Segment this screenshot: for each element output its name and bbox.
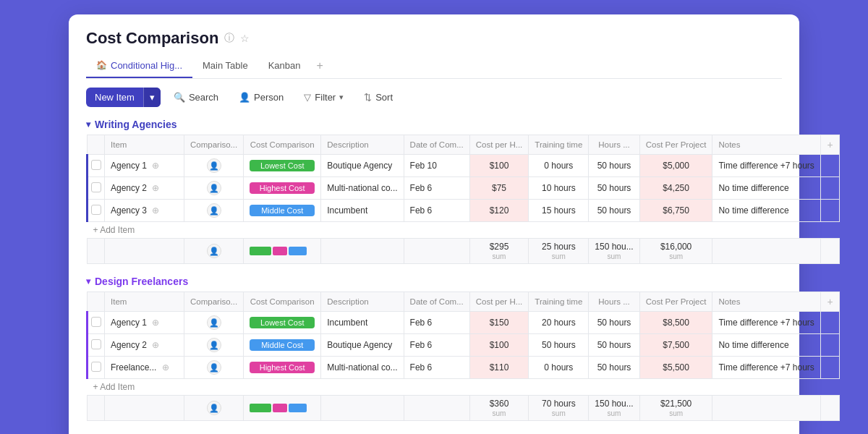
col-cost-comparison-design: Cost Comparison (244, 292, 321, 312)
row-checkbox[interactable] (88, 357, 105, 379)
table-row: Agency 2 ⊕ 👤 Middle Cost Boutique Agency… (88, 334, 840, 357)
row-cost-per-h: $75 (469, 177, 529, 200)
add-item-row[interactable]: + Add Item (88, 222, 840, 239)
row-checkbox[interactable] (88, 177, 105, 200)
col-plus-writing[interactable]: + (821, 135, 839, 155)
page-header: Cost Comparison ⓘ ☆ (86, 29, 782, 48)
row-checkbox[interactable] (88, 200, 105, 222)
chevron-down-icon-design: ▾ (86, 276, 90, 286)
row-plus (821, 312, 839, 334)
tab-conditional[interactable]: 🏠 Conditional Hig... (86, 56, 192, 78)
color-block (250, 247, 271, 255)
person-button[interactable]: 👤 Person (231, 88, 291, 106)
color-block (289, 404, 307, 412)
row-cost-comparison: Highest Cost (244, 177, 321, 200)
row-checkbox[interactable] (88, 334, 105, 357)
tab-add-button[interactable]: + (310, 55, 328, 78)
add-person-icon[interactable]: ⊕ (162, 362, 169, 373)
sum-check (88, 239, 105, 264)
filter-dropdown-icon: ▾ (339, 93, 344, 102)
row-date: Feb 6 (404, 312, 469, 334)
sum-plus (821, 396, 839, 421)
section-design-header[interactable]: ▾ Design Freelancers (86, 276, 782, 287)
add-item-label[interactable]: + Add Item (88, 222, 840, 239)
row-date: Feb 6 (404, 177, 469, 200)
item-name: Agency 3 (111, 205, 147, 216)
color-block (273, 404, 287, 412)
col-cost-per-proj-writing: Cost Per Project (639, 135, 712, 155)
row-cost-comparison: Highest Cost (244, 357, 321, 379)
row-description: Boutique Agency (321, 334, 404, 357)
section-writing-agencies: ▾ Writing Agencies Item Compariso... Cos… (86, 119, 782, 264)
search-button[interactable]: 🔍 Search (166, 88, 226, 106)
summary-row: 👤 $360sum 70 hourssum 150 hou...sum $21,… (88, 396, 840, 421)
sum-item (105, 396, 184, 421)
add-person-icon[interactable]: ⊕ (152, 183, 159, 193)
sum-check (88, 396, 105, 421)
sum-cost-val: $360 (476, 399, 523, 409)
sum-cost-per-h: $295sum (469, 239, 529, 264)
item-name: Freelance... (111, 362, 156, 373)
row-comparison: 👤 (184, 312, 244, 334)
sort-button[interactable]: ⇅ Sort (357, 88, 400, 106)
add-person-icon[interactable]: ⊕ (152, 161, 159, 171)
sum-hours-val: 150 hou... (595, 242, 633, 252)
col-cost-per-proj-design: Cost Per Project (639, 292, 712, 312)
add-item-label[interactable]: + Add Item (88, 379, 840, 396)
col-notes-writing: Notes (712, 135, 821, 155)
section-writing-header[interactable]: ▾ Writing Agencies (86, 119, 782, 130)
section-design-freelancers: ▾ Design Freelancers Item Compariso... C… (86, 276, 782, 421)
sum-training-label: sum (552, 252, 566, 260)
col-plus-design[interactable]: + (821, 292, 839, 312)
table-row: Freelance... ⊕ 👤 Highest Cost Multi-nati… (88, 357, 840, 379)
sum-hours: 150 hou...sum (589, 396, 639, 421)
row-description: Multi-national co... (321, 177, 404, 200)
row-hours: 50 hours (589, 155, 639, 177)
add-person-icon[interactable]: ⊕ (152, 318, 159, 328)
row-checkbox[interactable] (88, 312, 105, 334)
sum-cost-per-proj: $16,000sum (639, 239, 712, 264)
row-checkbox[interactable] (88, 155, 105, 177)
row-description: Multi-national co... (321, 357, 404, 379)
new-item-dropdown-arrow[interactable]: ▾ (143, 88, 161, 107)
sum-colorbar (244, 239, 321, 264)
add-item-row[interactable]: + Add Item (88, 379, 840, 396)
sum-cost-per-h: $360sum (469, 396, 529, 421)
row-training: 15 hours (529, 200, 589, 222)
avatar: 👤 (207, 181, 221, 195)
filter-button[interactable]: ▽ Filter ▾ (297, 88, 351, 106)
row-notes: No time difference (712, 177, 821, 200)
new-item-button[interactable]: New Item ▾ (86, 88, 161, 107)
sum-avatar: 👤 (184, 239, 244, 264)
star-icon[interactable]: ☆ (240, 33, 250, 44)
col-hours-writing: Hours ... (589, 135, 639, 155)
info-icon[interactable]: ⓘ (224, 32, 234, 45)
toolbar: New Item ▾ 🔍 Search 👤 Person ▽ Filter ▾ … (86, 88, 782, 107)
sum-hours: 150 hou...sum (589, 239, 639, 264)
tab-main-table[interactable]: Main Table (192, 56, 258, 78)
tab-kanban[interactable]: Kanban (258, 56, 311, 78)
row-training: 50 hours (529, 334, 589, 357)
writing-table-header: Item Compariso... Cost Comparison Descri… (88, 135, 840, 155)
tabs-bar: 🏠 Conditional Hig... Main Table Kanban + (86, 55, 782, 79)
page-title: Cost Comparison (86, 29, 218, 48)
sum-hours-label: sum (608, 409, 621, 417)
row-date: Feb 10 (404, 155, 469, 177)
avatar: 👤 (207, 315, 221, 330)
avatar: 👤 (207, 244, 221, 258)
row-hours: 50 hours (589, 334, 639, 357)
row-comparison: 👤 (184, 357, 244, 379)
add-person-icon[interactable]: ⊕ (152, 340, 159, 350)
row-cost-per-proj: $7,500 (639, 334, 712, 357)
row-cost-comparison: Lowest Cost (244, 312, 321, 334)
row-training: 10 hours (529, 177, 589, 200)
summary-row: 👤 $295sum 25 hourssum 150 hou...sum $16,… (88, 239, 840, 264)
add-person-icon[interactable]: ⊕ (152, 205, 159, 216)
col-cost-per-h-design: Cost per H... (469, 292, 529, 312)
row-cost-per-h: $120 (469, 200, 529, 222)
badge-lowest: Lowest Cost (250, 317, 315, 328)
color-block (273, 247, 287, 255)
home-icon: 🏠 (96, 60, 107, 70)
row-cost-per-proj: $4,250 (639, 177, 712, 200)
row-plus (821, 177, 839, 200)
